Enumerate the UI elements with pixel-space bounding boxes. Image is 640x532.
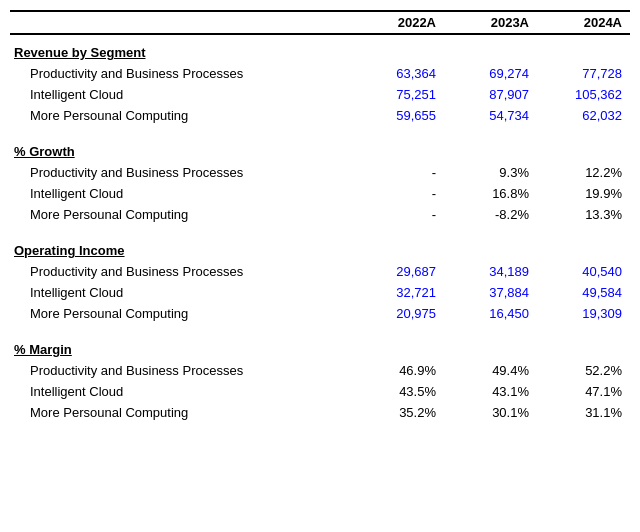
opincome-ic-2022: 32,721 xyxy=(351,282,444,303)
table-row: More Persounal Computing 35.2% 30.1% 31.… xyxy=(10,402,630,423)
revenue-pbp-2023: 69,274 xyxy=(444,63,537,84)
revenue-pbp-2024: 77,728 xyxy=(537,63,630,84)
growth-mpc-2024: 13.3% xyxy=(537,204,630,225)
table-row: More Persounal Computing 20,975 16,450 1… xyxy=(10,303,630,324)
growth-ic-2023: 16.8% xyxy=(444,183,537,204)
revenue-section-header: Revenue by Segment xyxy=(10,34,630,63)
margin-mpc-2023: 30.1% xyxy=(444,402,537,423)
revenue-pbp-2022: 63,364 xyxy=(351,63,444,84)
growth-mpc-label: More Persounal Computing xyxy=(10,204,351,225)
opincome-mpc-label: More Persounal Computing xyxy=(10,303,351,324)
revenue-ic-2024: 105,362 xyxy=(537,84,630,105)
table-row: More Persounal Computing - -8.2% 13.3% xyxy=(10,204,630,225)
revenue-ic-2022: 75,251 xyxy=(351,84,444,105)
opincome-mpc-2024: 19,309 xyxy=(537,303,630,324)
margin-pbp-2022: 46.9% xyxy=(351,360,444,381)
growth-pbp-2023: 9.3% xyxy=(444,162,537,183)
spacer-row xyxy=(10,126,630,134)
opincome-pbp-label: Productivity and Business Processes xyxy=(10,261,351,282)
opincome-title: Operating Income xyxy=(10,233,630,261)
growth-ic-label: Intelligent Cloud xyxy=(10,183,351,204)
header-2023: 2023A xyxy=(444,11,537,34)
table-row: Intelligent Cloud - 16.8% 19.9% xyxy=(10,183,630,204)
margin-pbp-label: Productivity and Business Processes xyxy=(10,360,351,381)
header-2022: 2022A xyxy=(351,11,444,34)
column-headers: 2022A 2023A 2024A xyxy=(10,11,630,34)
opincome-pbp-2024: 40,540 xyxy=(537,261,630,282)
table-row: More Persounal Computing 59,655 54,734 6… xyxy=(10,105,630,126)
revenue-mpc-2024: 62,032 xyxy=(537,105,630,126)
revenue-ic-2023: 87,907 xyxy=(444,84,537,105)
table-row: Productivity and Business Processes 46.9… xyxy=(10,360,630,381)
margin-mpc-label: More Persounal Computing xyxy=(10,402,351,423)
revenue-title: Revenue by Segment xyxy=(10,34,630,63)
margin-pbp-2024: 52.2% xyxy=(537,360,630,381)
growth-ic-2022: - xyxy=(351,183,444,204)
opincome-ic-2023: 37,884 xyxy=(444,282,537,303)
margin-section-header: % Margin xyxy=(10,332,630,360)
growth-mpc-2023: -8.2% xyxy=(444,204,537,225)
table-row: Intelligent Cloud 32,721 37,884 49,584 xyxy=(10,282,630,303)
margin-pbp-2023: 49.4% xyxy=(444,360,537,381)
revenue-mpc-2022: 59,655 xyxy=(351,105,444,126)
spacer-row xyxy=(10,225,630,233)
table-row: Productivity and Business Processes 29,6… xyxy=(10,261,630,282)
margin-mpc-2024: 31.1% xyxy=(537,402,630,423)
growth-pbp-label: Productivity and Business Processes xyxy=(10,162,351,183)
revenue-mpc-2023: 54,734 xyxy=(444,105,537,126)
growth-pbp-2022: - xyxy=(351,162,444,183)
opincome-pbp-2023: 34,189 xyxy=(444,261,537,282)
growth-pbp-2024: 12.2% xyxy=(537,162,630,183)
margin-mpc-2022: 35.2% xyxy=(351,402,444,423)
margin-ic-2023: 43.1% xyxy=(444,381,537,402)
header-label xyxy=(10,11,351,34)
table-row: Productivity and Business Processes - 9.… xyxy=(10,162,630,183)
margin-ic-2022: 43.5% xyxy=(351,381,444,402)
margin-ic-2024: 47.1% xyxy=(537,381,630,402)
growth-section-header: % Growth xyxy=(10,134,630,162)
table-row: Intelligent Cloud 75,251 87,907 105,362 xyxy=(10,84,630,105)
growth-title: % Growth xyxy=(10,134,630,162)
opincome-ic-2024: 49,584 xyxy=(537,282,630,303)
opincome-mpc-2023: 16,450 xyxy=(444,303,537,324)
revenue-ic-label: Intelligent Cloud xyxy=(10,84,351,105)
spacer-row xyxy=(10,324,630,332)
margin-title: % Margin xyxy=(10,332,630,360)
table-row: Productivity and Business Processes 63,3… xyxy=(10,63,630,84)
opincome-section-header: Operating Income xyxy=(10,233,630,261)
revenue-mpc-label: More Persounal Computing xyxy=(10,105,351,126)
margin-ic-label: Intelligent Cloud xyxy=(10,381,351,402)
header-2024: 2024A xyxy=(537,11,630,34)
financial-table: 2022A 2023A 2024A Revenue by Segment Pro… xyxy=(10,10,630,423)
table-row: Intelligent Cloud 43.5% 43.1% 47.1% xyxy=(10,381,630,402)
opincome-ic-label: Intelligent Cloud xyxy=(10,282,351,303)
opincome-mpc-2022: 20,975 xyxy=(351,303,444,324)
opincome-pbp-2022: 29,687 xyxy=(351,261,444,282)
revenue-pbp-label: Productivity and Business Processes xyxy=(10,63,351,84)
growth-ic-2024: 19.9% xyxy=(537,183,630,204)
growth-mpc-2022: - xyxy=(351,204,444,225)
